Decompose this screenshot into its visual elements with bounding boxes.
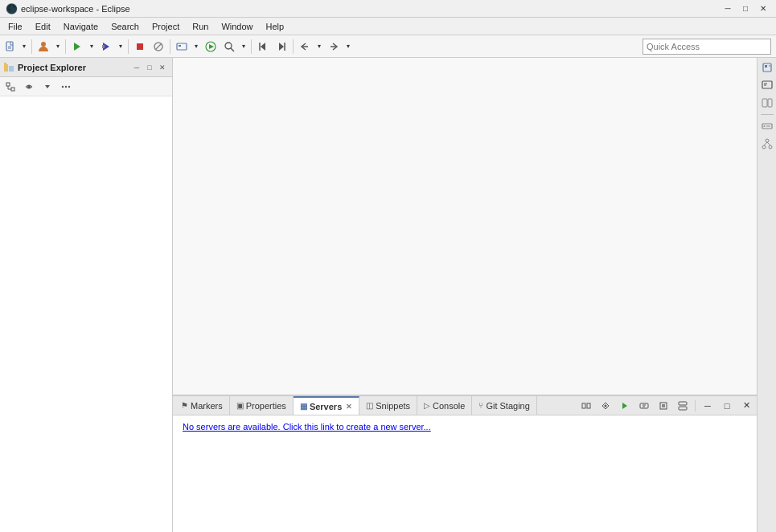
next-edit-button[interactable] [273,38,290,55]
editor-area: ⚑ Markers ▣ Properties ▦ Servers ✕ ◫ Sn [173,58,757,532]
toolbar-sep-3 [128,39,129,54]
menu-item-help[interactable]: Help [260,20,291,33]
toolbar-sep-6 [293,39,294,54]
right-sidebar [757,58,776,532]
svg-rect-22 [4,64,8,72]
forward-dropdown[interactable]: ▾ [343,38,353,55]
bottom-panel-toolbar: ─ □ ✕ [577,397,755,415]
menu-item-file[interactable]: File [2,20,29,33]
bottom-panel-minimize-btn[interactable]: ─ [699,397,716,415]
window-title: eclipse-workspace - Eclipse [21,4,720,14]
svg-line-61 [767,142,770,145]
svg-marker-30 [45,85,50,88]
svg-rect-26 [11,88,14,91]
bottom-panel-btn2[interactable] [597,397,614,415]
bottom-panel-start-btn[interactable] [616,397,634,415]
tab-git-staging[interactable]: ⑂ Git Staging [472,396,536,415]
panel-close-btn[interactable]: ✕ [156,61,169,74]
menu-item-search[interactable]: Search [105,20,146,33]
perspective-dropdown[interactable]: ▾ [53,38,63,55]
menu-bar: FileEditNavigateSearchProjectRunWindowHe… [0,18,776,35]
back-dropdown[interactable]: ▾ [314,38,324,55]
svg-marker-16 [261,43,265,51]
minimize-button[interactable]: ─ [720,2,736,15]
bottom-panel: ⚑ Markers ▣ Properties ▦ Servers ✕ ◫ Sn [173,395,757,532]
svg-rect-39 [640,403,648,408]
markers-tab-icon: ⚑ [181,401,188,410]
server-dropdown[interactable]: ▾ [191,38,201,55]
bottom-panel-maximize-btn[interactable]: □ [718,397,736,415]
new-dropdown[interactable]: ▾ [19,38,29,55]
bottom-panel-btn6[interactable] [674,397,692,415]
toolbar-sep-1 [31,39,32,54]
previous-edit-button[interactable] [254,38,272,55]
svg-rect-52 [762,99,767,107]
debug-dropdown[interactable]: ▾ [116,38,125,55]
svg-rect-24 [9,66,14,72]
main-area: Project Explorer ─ □ ✕ [0,58,776,532]
tab-console[interactable]: ▷ Console [417,396,472,415]
svg-rect-45 [679,407,687,410]
debug-button[interactable] [97,38,115,55]
launch-button[interactable] [202,38,220,55]
toolbar-sep-2 [65,39,66,54]
new-button[interactable] [2,38,19,55]
menu-item-navigate[interactable]: Navigate [57,20,105,33]
close-button[interactable]: ✕ [755,2,771,15]
title-bar: 🌑 eclipse-workspace - Eclipse ─ □ ✕ [0,0,776,18]
right-sidebar-sep1 [761,114,774,115]
menu-item-run[interactable]: Run [186,20,215,33]
tab-servers[interactable]: ▦ Servers ✕ [294,396,359,415]
bottom-panel-btn5[interactable] [655,397,672,415]
svg-rect-25 [6,83,10,86]
tab-snippets[interactable]: ◫ Snippets [359,396,417,415]
svg-rect-35 [587,403,590,408]
tab-markers[interactable]: ⚑ Markers [174,396,230,415]
menu-item-edit[interactable]: Edit [29,20,57,33]
bottom-panel-close-btn[interactable]: ✕ [737,397,755,415]
svg-rect-23 [4,63,6,65]
search-dropdown[interactable]: ▾ [239,38,248,55]
bottom-panel-btn1[interactable] [577,397,595,415]
svg-rect-10 [177,43,187,50]
link-with-editor-btn[interactable] [20,78,38,96]
skip-all-breakpoints[interactable] [150,38,167,55]
svg-marker-18 [279,43,284,51]
right-sidebar-btn3[interactable] [759,95,775,111]
toolbar-sep-5 [251,39,252,54]
servers-tab-close[interactable]: ✕ [346,403,352,411]
stop-button[interactable] [131,38,149,55]
svg-line-60 [764,142,767,145]
tab-properties[interactable]: ▣ Properties [230,396,294,415]
panel-maximize-btn[interactable]: □ [143,61,156,74]
menu-item-window[interactable]: Window [215,20,259,33]
quick-access-box[interactable]: Quick Access [643,39,771,55]
run-last-button[interactable] [68,38,86,55]
forward-button[interactable] [325,38,343,55]
app-icon: 🌑 [5,2,18,15]
server-start-button[interactable] [173,38,191,55]
perspective-button[interactable] [35,38,52,55]
svg-marker-38 [622,403,627,409]
editor-main [173,58,757,395]
search-button[interactable] [220,38,238,55]
bottom-panel-btn4[interactable] [635,397,653,415]
panel-view-menu-btn[interactable] [39,78,56,96]
run-dropdown[interactable]: ▾ [87,38,96,55]
panel-more-btn[interactable] [57,78,75,96]
right-sidebar-btn1[interactable] [759,59,775,76]
snippets-tab-icon: ◫ [366,401,373,410]
svg-rect-7 [137,43,143,50]
svg-point-57 [766,139,769,142]
svg-rect-11 [179,45,181,47]
panel-minimize-btn[interactable]: ─ [130,61,143,74]
right-sidebar-btn4[interactable] [759,118,775,134]
menu-item-project[interactable]: Project [146,20,186,33]
back-button[interactable] [296,38,314,55]
collapse-all-btn[interactable] [2,78,19,96]
right-sidebar-btn5[interactable] [759,136,775,152]
svg-point-29 [27,85,31,88]
create-server-link[interactable]: No servers are available. Click this lin… [183,422,431,432]
right-sidebar-btn2[interactable] [759,77,775,93]
maximize-button[interactable]: □ [737,2,753,15]
